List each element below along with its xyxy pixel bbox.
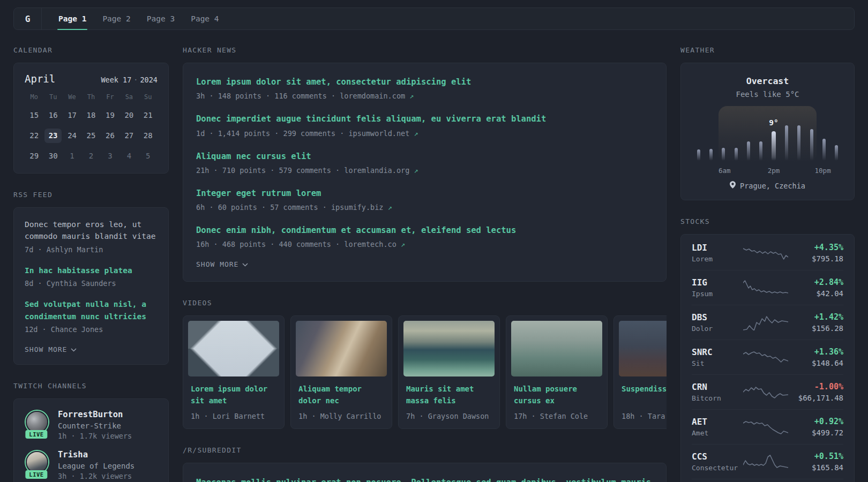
weather-feels-like: Feels like 5°C — [692, 90, 843, 99]
calendar-header: April Week 17·2024 — [25, 73, 158, 85]
weather-bar — [785, 125, 788, 161]
video-thumbnail — [403, 321, 495, 376]
columns: CALENDAR April Week 17·2024 MoTuWeThFrSa… — [0, 46, 868, 482]
stock-name: Amet — [692, 429, 739, 437]
videos-widget: VIDEOS Lorem ipsum dolor sit amet consec… — [183, 299, 667, 429]
stock-row[interactable]: DBSDolor+1.42%$156.28 — [692, 305, 843, 340]
stocks-card: LDILorem+4.35%$795.18IIGIpsum+2.84%$42.0… — [680, 234, 855, 482]
video-meta: 17h · Stefan Cole — [511, 412, 602, 420]
twitch-channel-name[interactable]: ForrestBurton — [58, 410, 132, 419]
tab-page-4[interactable]: Page 4 — [183, 8, 227, 29]
news-item: Maecenas mollis pulvinar erat non posuer… — [196, 476, 653, 482]
external-link-icon: ↗ — [396, 240, 405, 248]
videos-row: Lorem ipsum dolor sit amet consectetu…1h… — [183, 315, 667, 429]
news-item-title[interactable]: Lorem ipsum dolor sit amet, consectetur … — [196, 76, 653, 88]
video-title[interactable]: Nullam posuere cursus ex — [511, 383, 602, 407]
calendar-day: 18 — [81, 108, 100, 123]
calendar-day-header: Mo — [25, 93, 43, 101]
news-item-title[interactable]: Donec imperdiet augue tincidunt felis al… — [196, 113, 653, 125]
rss-item-meta: 8d · Cynthia Saunders — [25, 279, 158, 288]
rss-item-title[interactable]: Sed volutpat nulla nisl, a condimentum n… — [25, 298, 158, 322]
news-item-meta: 16h · 468 points · 440 comments · loremt… — [196, 240, 653, 248]
news-item-domain[interactable]: loremtech.co — [344, 240, 396, 248]
calendar-day: 29 — [25, 149, 43, 163]
calendar-week-label: Week 17 — [101, 76, 131, 84]
stock-row[interactable]: CRNBitcorn-1.00%$66,171.48 — [692, 374, 843, 409]
twitch-channel-info: TrishaLeague of Legends3h · 1.2k viewers — [58, 450, 134, 480]
stock-ticker: IIG — [692, 277, 739, 288]
stock-row[interactable]: IIGIpsum+2.84%$42.04 — [692, 270, 843, 305]
twitch-channel-info: ForrestBurtonCounter-Strike1h · 1.7k vie… — [58, 410, 132, 440]
twitch-widget-title: TWITCH CHANNELS — [13, 382, 169, 390]
chevron-down-icon — [71, 345, 77, 353]
stocks-widget: STOCKS LDILorem+4.35%$795.18IIGIpsum+2.8… — [680, 217, 855, 482]
weather-time-label: 6am — [719, 167, 731, 175]
stock-values: +0.51%$165.84 — [812, 451, 843, 472]
rss-item: In hac habitasse platea8d · Cynthia Saun… — [25, 265, 158, 288]
stock-price: $165.84 — [812, 463, 843, 472]
hackernews-card: Lorem ipsum dolor sit amet, consectetur … — [183, 63, 667, 282]
calendar-day: 1 — [63, 149, 81, 163]
tab-page-3[interactable]: Page 3 — [139, 8, 183, 29]
twitch-channel[interactable]: LIVEForrestBurtonCounter-Strike1h · 1.7k… — [25, 410, 158, 440]
hackernews-widget: HACKER NEWS Lorem ipsum dolor sit amet, … — [183, 46, 667, 282]
news-item-title[interactable]: Maecenas mollis pulvinar erat non posuer… — [196, 476, 653, 482]
video-title[interactable]: Mauris sit amet massa felis — [403, 383, 495, 407]
stock-change: -1.00% — [798, 382, 843, 391]
stock-row[interactable]: AETAmet+0.92%$499.72 — [692, 409, 843, 444]
calendar-month: April — [25, 73, 55, 85]
video-card[interactable]: Lorem ipsum dolor sit amet consectetu…1h… — [183, 315, 285, 429]
rss-widget-title: RSS FEED — [13, 191, 169, 199]
stock-sparkline — [743, 419, 788, 435]
external-link-icon: ↗ — [409, 129, 418, 138]
stock-change: +4.35% — [812, 243, 843, 252]
calendar-day: 24 — [63, 129, 81, 143]
column-middle: HACKER NEWS Lorem ipsum dolor sit amet, … — [183, 46, 667, 482]
video-thumbnail — [619, 321, 667, 376]
app-logo[interactable]: G — [14, 8, 42, 29]
subreddit-widget-title: /R/SUBREDDIT — [183, 446, 667, 454]
video-title[interactable]: Aliquam tempor dolor nec pharetra… — [296, 383, 387, 407]
tab-page-1[interactable]: Page 1 — [50, 8, 94, 29]
video-title[interactable]: Suspendisse diam — [619, 383, 667, 407]
news-item-domain[interactable]: ipsumworld.net — [348, 129, 409, 138]
rss-show-more-button[interactable]: SHOW MORE — [25, 345, 77, 353]
stock-info: AETAmet — [692, 417, 739, 437]
stock-row[interactable]: AHS+0.46% — [692, 479, 843, 482]
twitch-channel-name[interactable]: Trisha — [58, 450, 134, 460]
news-item-meta: 3h · 148 points · 116 comments · loremdo… — [196, 92, 653, 100]
rss-card: Donec tempor eros leo, ut commodo mauris… — [13, 207, 169, 365]
video-card[interactable]: Aliquam tempor dolor nec pharetra…1h · M… — [290, 315, 392, 429]
news-item-title[interactable]: Donec enim nibh, condimentum et accumsan… — [196, 224, 653, 237]
news-item-title[interactable]: Aliquam nec cursus elit — [196, 150, 653, 163]
weather-location[interactable]: Prague, Czechia — [692, 181, 843, 190]
video-card[interactable]: Mauris sit amet massa felis7h · Grayson … — [398, 315, 500, 429]
twitch-channel-game: Counter-Strike — [58, 421, 132, 430]
news-item-domain[interactable]: ipsumify.biz — [331, 203, 384, 212]
calendar-day: 19 — [101, 108, 119, 123]
twitch-channel[interactable]: LIVETrishaLeague of Legends3h · 1.2k vie… — [25, 450, 158, 480]
news-item-domain[interactable]: loremlandia.org — [344, 166, 409, 175]
stock-name: Dolor — [692, 325, 739, 333]
nav-tabs: Page 1Page 2Page 3Page 4 — [42, 8, 227, 29]
stock-row[interactable]: SNRCSit+1.36%$148.64 — [692, 340, 843, 374]
rss-item-title[interactable]: In hac habitasse platea — [25, 265, 158, 276]
video-card[interactable]: Suspendisse diam18h · Tara — [613, 315, 667, 429]
calendar-grid: MoTuWeThFrSaSu15161718192021222324252627… — [25, 93, 158, 163]
stock-row[interactable]: LDILorem+4.35%$795.18 — [692, 236, 843, 270]
tab-page-2[interactable]: Page 2 — [94, 8, 138, 29]
news-item-title[interactable]: Integer eget rutrum lorem — [196, 187, 653, 200]
hackernews-show-more-button[interactable]: SHOW MORE — [196, 260, 248, 268]
stock-row[interactable]: CCSConsectetur+0.51%$165.84 — [692, 444, 843, 479]
news-item-domain[interactable]: loremdomain.com — [340, 92, 405, 100]
calendar-separator: · — [133, 76, 138, 84]
news-item-meta-text: 16h · 468 points · 440 comments · — [196, 240, 344, 248]
news-item-meta-text: 6h · 60 points · 57 comments · — [196, 203, 331, 212]
calendar-day-header: Su — [139, 93, 158, 101]
calendar-day-header: Th — [81, 93, 100, 101]
calendar-day: 28 — [139, 129, 158, 143]
video-title[interactable]: Lorem ipsum dolor sit amet consectetu… — [188, 383, 279, 407]
videos-widget-title: VIDEOS — [183, 299, 667, 307]
rss-item-title[interactable]: Donec tempor eros leo, ut commodo mauris… — [25, 219, 158, 243]
video-card[interactable]: Nullam posuere cursus ex17h · Stefan Col… — [506, 315, 608, 429]
